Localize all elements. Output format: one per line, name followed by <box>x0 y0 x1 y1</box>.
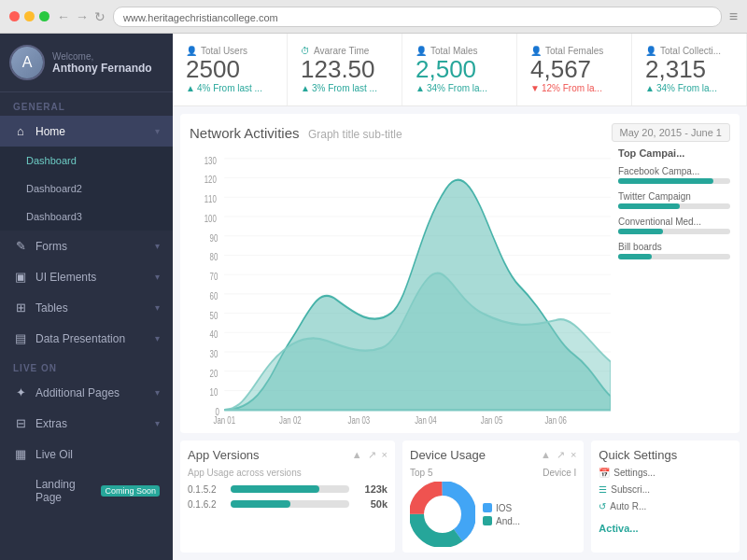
stat-total-users-value: 2500 <box>186 56 274 83</box>
app-versions-panel: App Versions ▲ ↗ × App Usage across vers… <box>180 441 395 553</box>
campaign-name-facebook: Facebook Campa... <box>618 166 730 176</box>
campaign-item-billboards: Bill boards <box>618 242 730 259</box>
qs-active-status: Activa... <box>599 522 732 535</box>
chart-date[interactable]: May 20, 2015 - June 1 <box>612 123 730 142</box>
stats-bar: 👤 Total Users 2500 ▲ 4% From last ... ⏱ … <box>173 34 747 106</box>
sidebar-item-forms[interactable]: ✎ Forms ▾ <box>0 231 173 261</box>
qs-subscribe-label: Subscri... <box>611 484 650 495</box>
campaign-item-conventional: Conventional Med... <box>618 217 730 234</box>
campaign-name-twitter: Twitter Campaign <box>618 191 730 202</box>
extras-icon: ⊟ <box>13 416 28 430</box>
browser-chrome: ← → ↻ www.heritagechristiancollege.com ≡ <box>0 0 747 34</box>
chevron-icon: ▾ <box>155 272 160 282</box>
stat-total-females-value: 4,567 <box>530 56 618 83</box>
stat-total-collections-change: ▲ 34% From la... <box>645 83 733 93</box>
app-bar-1 <box>231 485 349 493</box>
sidebar-item-extras[interactable]: ⊟ Extras ▾ <box>0 408 173 439</box>
qs-settings[interactable]: 📅 Settings... <box>599 468 732 478</box>
app-bar-fill-1 <box>231 485 319 493</box>
sidebar-additional-pages-label: Additional Pages <box>35 386 148 399</box>
stat-average-time-change: ▲ 3% From last ... <box>301 83 388 93</box>
campaign-bar-facebook <box>618 178 730 184</box>
svg-text:10: 10 <box>210 386 218 399</box>
qs-auto-refresh[interactable]: ↺ Auto R... <box>599 501 732 511</box>
chevron-icon: ▾ <box>155 302 160 313</box>
sidebar-item-home[interactable]: ⌂ Home ▾ <box>0 116 173 147</box>
sidebar-item-dashboard[interactable]: Dashboard <box>0 147 173 175</box>
refresh-button[interactable]: ↻ <box>94 9 106 24</box>
campaign-bar-fill-twitter <box>618 203 680 209</box>
x-label-jan05: Jan 05 <box>481 413 503 424</box>
close-icon[interactable]: × <box>571 449 576 461</box>
app-version-label-2: 0.1.6.2 <box>188 499 225 510</box>
svg-text:90: 90 <box>210 231 218 244</box>
chevron-icon: ▾ <box>155 418 160 428</box>
sidebar-item-tables[interactable]: ⊞ Tables ▾ <box>0 292 173 323</box>
back-button[interactable]: ← <box>57 9 70 24</box>
chevron-icon: ▾ <box>155 333 160 343</box>
sidebar-dashboard2-label: Dashboard2 <box>26 183 160 194</box>
sidebar-home-label: Home <box>35 125 148 138</box>
sidebar-data-label: Data Presentation <box>35 332 148 345</box>
x-label-jan03: Jan 03 <box>348 413 371 424</box>
svg-text:120: 120 <box>204 174 217 186</box>
close-dot[interactable] <box>9 11 20 21</box>
avatar: A <box>9 45 45 80</box>
top-campaigns-title: Top Campai... <box>618 147 730 159</box>
quick-settings-header: Quick Settings <box>599 448 732 462</box>
svg-text:20: 20 <box>210 367 218 379</box>
app-version-label-1: 0.1.5.2 <box>188 484 225 495</box>
legend-ios: IOS <box>483 503 520 513</box>
svg-text:100: 100 <box>204 212 217 224</box>
chevron-icon: ▾ <box>155 126 160 136</box>
expand-icon[interactable]: ▲ <box>541 449 551 461</box>
close-icon[interactable]: × <box>382 449 388 461</box>
device-pie-chart <box>410 482 475 547</box>
browser-nav: ← → ↻ <box>57 9 106 24</box>
expand-icon[interactable]: ▲ <box>352 449 362 461</box>
stat-total-collections-value: 2,315 <box>645 56 733 83</box>
user-name: Anthony Fernando <box>52 62 152 75</box>
external-icon[interactable]: ↗ <box>368 449 376 461</box>
sidebar-item-live-oil[interactable]: ▦ Live Oil <box>0 439 173 469</box>
additional-pages-icon: ✦ <box>13 385 28 399</box>
qs-auto-label: Auto R... <box>610 501 646 511</box>
x-label-jan02: Jan 02 <box>279 413 302 424</box>
stat-total-males-change: ▲ 34% From la... <box>416 83 503 93</box>
sidebar: A Welcome, Anthony Fernando GENERAL ⌂ Ho… <box>0 34 173 560</box>
sidebar-item-ui-elements[interactable]: ▣ UI Elements ▾ <box>0 261 173 292</box>
top-campaigns-panel: Top Campai... Facebook Campa... Twitter … <box>618 147 730 424</box>
sidebar-item-landing-page[interactable]: Landing Page Coming Soon <box>0 469 173 512</box>
qs-active-label: Activa... <box>599 523 638 534</box>
device-usage-header: Device Usage ▲ ↗ × <box>410 448 576 462</box>
maximize-dot[interactable] <box>39 11 49 21</box>
campaign-bar-fill-conventional <box>618 229 663 234</box>
app-version-row-1: 0.1.5.2 123k <box>188 483 388 495</box>
url-bar[interactable]: www.heritagechristiancollege.com <box>113 7 722 27</box>
forward-button[interactable]: → <box>76 9 89 24</box>
stat-total-males: 👤 Total Males 2,500 ▲ 34% From la... <box>402 34 517 105</box>
sidebar-ui-label: UI Elements <box>35 271 148 284</box>
network-chart: 130 120 110 100 90 80 70 60 50 40 30 20 … <box>190 147 611 424</box>
campaign-name-conventional: Conventional Med... <box>618 217 730 227</box>
chart-area-2 <box>224 273 611 410</box>
svg-text:50: 50 <box>210 309 218 321</box>
chevron-icon: ▾ <box>155 387 160 398</box>
menu-icon[interactable]: ≡ <box>729 8 738 25</box>
sidebar-item-dashboard3[interactable]: Dashboard3 <box>0 203 173 231</box>
stat-total-females-change: ▼ 12% From la... <box>530 83 618 93</box>
sidebar-item-additional-pages[interactable]: ✦ Additional Pages ▾ <box>0 377 173 408</box>
minimize-dot[interactable] <box>24 11 35 21</box>
stat-total-females: 👤 Total Females 4,567 ▼ 12% From la... <box>517 34 632 105</box>
device-legend: IOS And... <box>483 503 520 526</box>
sidebar-item-data-presentation[interactable]: ▤ Data Presentation ▾ <box>0 323 173 354</box>
app-versions-subtitle: App Usage across versions <box>188 468 388 478</box>
legend-android: And... <box>483 516 520 526</box>
sidebar-item-dashboard2[interactable]: Dashboard2 <box>0 175 173 203</box>
qs-subscribe[interactable]: ☰ Subscri... <box>599 484 732 495</box>
sidebar-tables-label: Tables <box>35 301 148 315</box>
stat-total-users: 👤 Total Users 2500 ▲ 4% From last ... <box>173 34 288 105</box>
external-icon[interactable]: ↗ <box>557 449 565 461</box>
coming-soon-badge: Coming Soon <box>101 485 160 497</box>
qs-settings-label: Settings... <box>613 468 655 478</box>
